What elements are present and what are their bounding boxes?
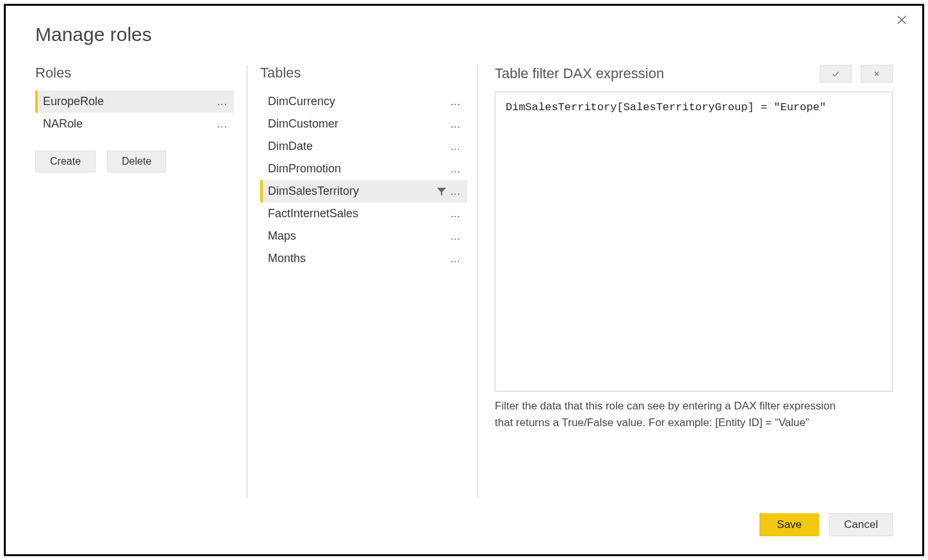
verify-expression-button[interactable] <box>820 65 852 83</box>
role-label: NARole <box>43 117 216 131</box>
role-item[interactable]: NARole ... <box>35 113 234 135</box>
table-label: Maps <box>268 229 449 243</box>
more-icon[interactable]: ... <box>449 141 462 152</box>
role-label: EuropeRole <box>43 95 216 108</box>
table-item[interactable]: DimDate ... <box>260 135 467 158</box>
x-icon <box>873 70 881 78</box>
manage-roles-dialog: Manage roles Roles EuropeRole ... NARole… <box>4 4 924 556</box>
role-item[interactable]: EuropeRole ... <box>35 90 234 113</box>
dax-header: Table filter DAX expression <box>495 65 893 83</box>
table-item[interactable]: DimCurrency ... <box>260 90 467 113</box>
table-label: DimPromotion <box>268 162 449 176</box>
more-icon[interactable]: ... <box>449 186 462 197</box>
tables-panel: Tables DimCurrency ... DimCustomer ... D… <box>247 65 477 498</box>
create-role-button[interactable]: Create <box>35 151 95 172</box>
dax-hint: Filter the data that this role can see b… <box>495 398 854 432</box>
delete-role-button[interactable]: Delete <box>107 151 166 172</box>
table-label: DimDate <box>268 140 449 153</box>
dax-panel: Table filter DAX expression <box>477 65 893 498</box>
tables-list: DimCurrency ... DimCustomer ... DimDate … <box>260 90 467 270</box>
table-item[interactable]: DimCustomer ... <box>260 113 467 135</box>
roles-panel: Roles EuropeRole ... NARole ... Create D… <box>35 65 247 498</box>
roles-list: EuropeRole ... NARole ... <box>35 90 234 135</box>
role-actions: Create Delete <box>35 151 234 172</box>
save-button[interactable]: Save <box>759 513 819 536</box>
tables-title: Tables <box>260 65 467 81</box>
table-label: DimSalesTerritory <box>268 185 436 198</box>
more-icon[interactable]: ... <box>449 119 462 130</box>
revert-expression-button[interactable] <box>861 65 893 83</box>
table-item[interactable]: DimPromotion ... <box>260 158 467 180</box>
more-icon[interactable]: ... <box>216 96 229 108</box>
dax-expression-editor[interactable]: DimSalesTerritory[SalesTerritoryGroup] =… <box>495 92 893 391</box>
more-icon[interactable]: ... <box>449 96 462 108</box>
columns: Roles EuropeRole ... NARole ... Create D… <box>35 65 893 498</box>
table-item[interactable]: DimSalesTerritory ... <box>260 180 467 202</box>
roles-title: Roles <box>35 65 234 81</box>
table-label: DimCustomer <box>268 117 449 131</box>
more-icon[interactable]: ... <box>449 231 462 242</box>
check-icon <box>832 70 840 78</box>
more-icon[interactable]: ... <box>449 253 462 265</box>
table-label: Months <box>268 252 449 265</box>
table-label: FactInternetSales <box>268 207 449 220</box>
table-item[interactable]: Months ... <box>260 247 467 270</box>
more-icon[interactable]: ... <box>216 119 229 130</box>
filter-icon <box>436 186 447 197</box>
dialog-title: Manage roles <box>35 24 893 45</box>
dax-title: Table filter DAX expression <box>495 65 664 82</box>
cancel-button[interactable]: Cancel <box>829 513 893 536</box>
close-button[interactable] <box>893 11 911 29</box>
more-icon[interactable]: ... <box>449 163 462 175</box>
table-label: DimCurrency <box>268 95 449 108</box>
dialog-footer: Save Cancel <box>35 513 893 536</box>
dax-buttons <box>820 65 893 83</box>
close-icon <box>897 15 907 25</box>
more-icon[interactable]: ... <box>449 208 462 220</box>
table-item[interactable]: FactInternetSales ... <box>260 202 467 225</box>
table-item[interactable]: Maps ... <box>260 225 467 247</box>
